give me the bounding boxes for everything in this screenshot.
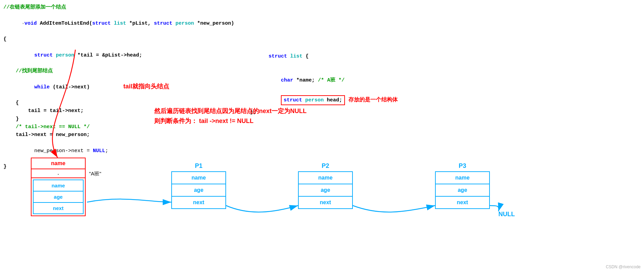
annotation-tail: tail就指向头结点	[123, 82, 169, 90]
code-area: //在链表尾部添加一个结点 ▫void AddItemToListEnd(str…	[3, 3, 236, 171]
annotation-traverse: 然后遍历链表找到尾结点因为尾结点的next一定为NULL 则判断条件为： tai…	[154, 106, 307, 126]
p3-next: next	[436, 197, 489, 208]
p2-next: next	[299, 197, 352, 208]
p2-label: P2	[322, 162, 329, 170]
list-head-dot-cell: .	[32, 169, 85, 178]
list-head-embed-person: name age next	[33, 180, 84, 214]
p1-node: P1 name age next	[171, 171, 226, 209]
code-line10: tail->next = new_person;	[3, 131, 236, 139]
embed-name: name	[34, 180, 83, 192]
code-line3: struct person *tail = &pList->head;	[3, 43, 236, 67]
diagram-area: name . name age next "A班" P1 name age ne…	[0, 147, 644, 271]
code-line1: ▫void AddItemToListEnd(struct list *pLis…	[3, 11, 236, 35]
p2-name: name	[299, 172, 352, 184]
code-line6: {	[3, 99, 236, 107]
embed-next: next	[34, 203, 83, 213]
list-head-box: name . name age next	[31, 158, 86, 216]
p1-age: age	[172, 184, 225, 197]
struct-line1: struct list {	[250, 45, 360, 69]
struct-comment: 存放的是一个结构体	[348, 96, 398, 104]
watermark: CSDN @rivencode	[606, 264, 641, 269]
p3-name: name	[436, 172, 489, 184]
p3-label: P3	[459, 162, 466, 170]
p2-age: age	[299, 184, 352, 197]
embed-age: age	[34, 192, 83, 203]
page: //在链表尾部添加一个结点 ▫void AddItemToListEnd(str…	[0, 0, 644, 271]
p2-node: P2 name age next	[298, 171, 353, 209]
p3-node: P3 name age next	[435, 171, 490, 209]
p1-name: name	[172, 172, 225, 184]
code-line5: while (tail->next)	[3, 75, 236, 99]
p3-age: age	[436, 184, 489, 197]
code-comment1: //在链表尾部添加一个结点	[3, 3, 236, 11]
struct-line2: char *name; /* A班 */	[250, 69, 360, 93]
code-line2: {	[3, 35, 236, 43]
list-head-name-cell: name	[32, 158, 85, 169]
code-line4: //找到尾部结点	[3, 67, 236, 75]
null-label: NULL	[498, 211, 515, 218]
p1-label: P1	[195, 162, 202, 170]
p1-next: next	[172, 197, 225, 208]
struct-box: struct list { char *name; /* A班 */ struc…	[250, 45, 360, 116]
a-ban-label: "A班"	[89, 171, 101, 177]
